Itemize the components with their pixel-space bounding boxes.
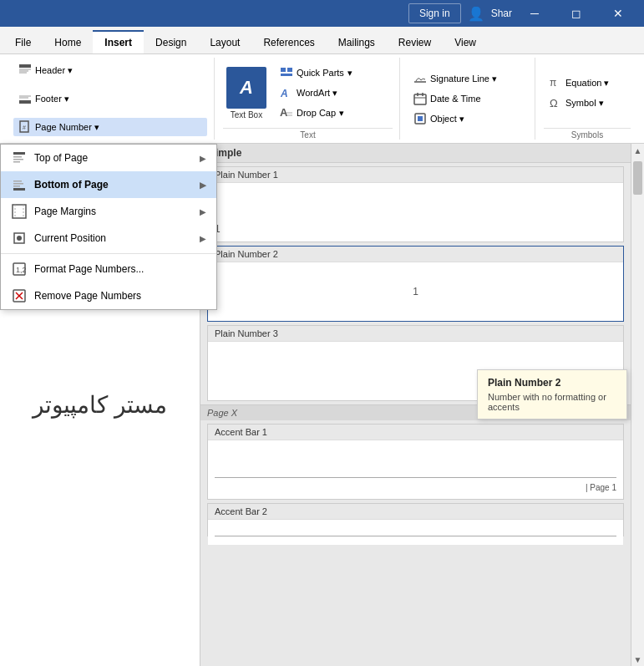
scrollbar-up-arrow[interactable]: ▲ <box>631 144 645 157</box>
gallery-item-accent-bar-2[interactable]: Accent Bar 2 <box>207 503 624 536</box>
footer-icon <box>18 92 32 105</box>
drop-cap-button[interactable]: A Drop Cap ▾ <box>275 104 357 122</box>
svg-rect-28 <box>13 161 20 163</box>
equation-button[interactable]: π Equation ▾ <box>544 74 631 92</box>
svg-text:A: A <box>280 88 288 99</box>
tooltip-title: Plain Number 2 <box>488 377 616 389</box>
close-button[interactable]: ✕ <box>599 0 637 27</box>
plain-number-3-label: Plain Number 3 <box>208 326 623 342</box>
tab-file[interactable]: File <box>3 32 43 53</box>
text-box-label: Text Box <box>231 110 262 119</box>
tab-review[interactable]: Review <box>387 32 443 53</box>
object-icon <box>413 112 427 125</box>
page-margins-icon <box>11 203 28 220</box>
svg-point-37 <box>17 236 22 241</box>
accent-bar-2-label: Accent Bar 2 <box>208 504 623 520</box>
signature-icon <box>413 72 427 85</box>
ribbon-group-symbols: π Equation ▾ Ω Symbol ▾ Symbols <box>537 58 637 140</box>
menu-item-bottom-of-page[interactable]: Bottom of Page ▶ <box>1 171 216 198</box>
svg-rect-33 <box>13 205 26 218</box>
plain-number-2-number: 1 <box>413 286 418 297</box>
svg-text:#: # <box>23 125 26 130</box>
gallery-scrollbar[interactable]: ▲ ▼ <box>631 144 644 666</box>
menu-item-page-margins[interactable]: Page Margins ▶ <box>1 198 216 225</box>
plain-number-1-preview: 1 <box>208 183 623 241</box>
ribbon-group-links: Signature Line ▾ Date & Time Object ▾ <box>402 58 535 140</box>
symbol-icon: Ω <box>549 96 562 109</box>
svg-rect-32 <box>13 188 25 191</box>
accent-bar-1-line <box>215 477 616 478</box>
remove-page-numbers-icon <box>11 287 28 304</box>
svg-rect-0 <box>19 64 31 68</box>
quick-parts-icon <box>280 66 293 79</box>
page-number-button[interactable]: # Page Number ▾ <box>13 118 207 136</box>
svg-rect-29 <box>13 180 22 182</box>
date-time-button[interactable]: Date & Time <box>408 89 528 108</box>
svg-rect-30 <box>13 183 23 185</box>
header-button[interactable]: Header ▾ <box>13 61 207 79</box>
header-footer-buttons: Header ▾ Footer ▾ # Page Number ▾ <box>13 58 207 140</box>
gallery-item-plain-number-1[interactable]: Plain Number 1 1 <box>207 166 624 242</box>
left-panel: مستر کامپیوتر Top of Page ▶ Bottom of Pa… <box>0 144 200 666</box>
date-time-icon <box>413 92 427 105</box>
text-group-label: Text <box>223 128 393 140</box>
plain-number-2-preview: 1 <box>208 262 623 321</box>
tooltip-description: Number with no formatting or accents <box>488 392 616 412</box>
accent-bar-2-line <box>215 536 616 536</box>
header-icon <box>18 64 32 77</box>
right-panel: Simple Plain Number 1 1 Plain Number 2 1… <box>200 144 644 666</box>
share-label: Shar <box>491 8 512 19</box>
svg-rect-27 <box>13 159 23 160</box>
page-margins-arrow: ▶ <box>200 207 206 216</box>
svg-rect-22 <box>418 116 423 121</box>
wordart-button[interactable]: A WordArt ▾ <box>275 84 357 102</box>
links-buttons: Signature Line ▾ Date & Time Object ▾ <box>408 58 528 140</box>
tab-references[interactable]: References <box>251 32 326 53</box>
drop-cap-icon: A <box>280 106 293 119</box>
svg-rect-26 <box>13 156 22 158</box>
page-number-icon: # <box>18 120 32 134</box>
svg-text:Ω: Ω <box>550 97 558 109</box>
menu-item-current-position[interactable]: Current Position ▶ <box>1 225 216 252</box>
tab-insert[interactable]: Insert <box>93 30 144 53</box>
symbol-button[interactable]: Ω Symbol ▾ <box>544 94 631 112</box>
menu-item-top-of-page[interactable]: Top of Page ▶ <box>1 145 216 171</box>
tab-mailings[interactable]: Mailings <box>327 32 387 53</box>
gallery-item-accent-bar-1[interactable]: Accent Bar 1 | Page 1 <box>207 424 624 500</box>
top-of-page-icon <box>11 150 28 166</box>
signature-line-button[interactable]: Signature Line ▾ <box>408 69 528 88</box>
text-buttons: A Text Box Quick Parts ▾ A WordArt <box>223 58 393 128</box>
menu-item-remove-page-numbers[interactable]: Remove Page Numbers <box>1 282 216 309</box>
tab-layout[interactable]: Layout <box>198 32 251 53</box>
tab-home[interactable]: Home <box>43 32 93 53</box>
profile-icon: 👤 <box>464 6 488 22</box>
scrollbar-track <box>631 157 644 653</box>
text-box-icon: A <box>226 67 266 109</box>
title-bar: Sign in 👤 Shar ─ ◻ ✕ <box>0 0 644 27</box>
footer-button[interactable]: Footer ▾ <box>13 89 207 108</box>
tooltip: Plain Number 2 Number with no formatting… <box>477 369 627 419</box>
bottom-of-page-arrow: ▶ <box>200 180 206 190</box>
ribbon-content: Header ▾ Footer ▾ # Page Number ▾ <box>0 53 644 143</box>
minimize-button[interactable]: ─ <box>515 0 554 27</box>
current-position-icon <box>11 230 28 247</box>
svg-rect-10 <box>287 68 292 72</box>
wordart-icon: A <box>280 86 293 99</box>
symbols-group-label: Symbols <box>544 128 631 140</box>
menu-item-format-page-numbers[interactable]: 1,2 Format Page Numbers... <box>1 256 216 282</box>
sign-in-button[interactable]: Sign in <box>408 3 461 23</box>
svg-rect-25 <box>13 152 25 155</box>
restore-button[interactable]: ◻ <box>557 0 596 27</box>
tab-view[interactable]: View <box>443 32 488 53</box>
svg-rect-6 <box>19 100 31 104</box>
svg-rect-17 <box>414 94 426 104</box>
scrollbar-thumb[interactable] <box>633 161 642 195</box>
object-button[interactable]: Object ▾ <box>408 109 528 128</box>
tab-design[interactable]: Design <box>144 32 198 53</box>
quick-parts-button[interactable]: Quick Parts ▾ <box>275 64 357 82</box>
gallery-item-plain-number-2[interactable]: Plain Number 2 1 <box>207 246 624 322</box>
scrollbar-down-arrow[interactable]: ▼ <box>631 653 645 666</box>
text-box-button[interactable]: A Text Box <box>223 64 270 123</box>
svg-text:1,2: 1,2 <box>16 266 27 274</box>
current-position-arrow: ▶ <box>200 234 206 243</box>
